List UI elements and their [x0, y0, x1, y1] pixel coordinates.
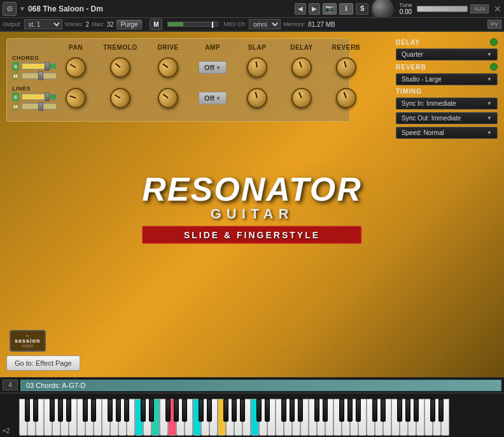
speed-dropdown[interactable]: Speed: Normal ▼ [396, 127, 498, 139]
aux-button[interactable]: AUX [470, 4, 489, 13]
lines-m-button[interactable]: M [12, 102, 19, 111]
black-key-5[interactable] [66, 399, 71, 422]
lines-tremolo-knob[interactable] [106, 84, 134, 112]
black-key-50[interactable] [438, 399, 444, 422]
chords-delay-knob[interactable] [290, 55, 313, 79]
black-key-25[interactable] [232, 399, 237, 422]
black-key-10[interactable] [108, 399, 113, 422]
resonator-title: RESONATOR [142, 173, 361, 206]
black-key-24[interactable] [223, 399, 228, 422]
black-key-18[interactable] [174, 399, 179, 422]
lines-amp-cell: Off ▼ [190, 92, 235, 104]
black-key-36[interactable] [323, 399, 328, 422]
lines-pan-track[interactable] [22, 103, 57, 110]
reverb-dropdown[interactable]: Studio - Large ▼ [396, 73, 498, 85]
chords-tremolo-knob[interactable] [107, 54, 133, 80]
lines-pan-knob[interactable] [61, 83, 90, 112]
tagline-text: SLIDE & FINGERSTYLE [184, 230, 320, 240]
sync-in-dropdown[interactable]: Sync In: Immediate ▼ [396, 97, 498, 110]
lines-amp-button[interactable]: Off ▼ [199, 92, 227, 104]
black-key-15[interactable] [149, 399, 154, 422]
chords-pan-knob[interactable] [62, 54, 90, 82]
settings-icon[interactable]: ⚙ [3, 2, 17, 16]
chords-delay-knob-cell [279, 57, 324, 78]
chords-reverb-knob[interactable] [333, 55, 358, 80]
black-key-47[interactable] [414, 399, 419, 422]
chords-amp-button[interactable]: Off ▼ [199, 61, 227, 74]
black-key-14[interactable] [141, 399, 146, 422]
black-key-29[interactable] [265, 399, 270, 422]
lines-label: LINES [12, 85, 57, 92]
camera-button[interactable]: 📷 [323, 3, 337, 15]
lines-row: LINES S M [12, 85, 344, 111]
lines-slap-knob[interactable] [244, 85, 269, 110]
m-toggle[interactable]: M [150, 18, 162, 30]
midi-select[interactable]: omni [249, 19, 281, 29]
chords-slap-knob[interactable] [244, 54, 270, 80]
chords-amp-label: Off [204, 64, 214, 71]
sync-in-value: Sync In: Immediate [402, 100, 456, 107]
pv-button[interactable]: PV [487, 20, 501, 29]
black-key-7[interactable] [83, 399, 88, 422]
black-key-43[interactable] [381, 399, 386, 422]
black-key-3[interactable] [50, 399, 55, 422]
next-button[interactable]: ▶ [309, 3, 320, 15]
black-key-40[interactable] [356, 399, 361, 422]
lines-amp-label: Off [204, 94, 214, 102]
col-amp: AMP [190, 44, 235, 51]
lines-tremolo-knob-cell [95, 88, 146, 108]
purge-button[interactable]: Purge [116, 20, 143, 29]
black-key-1[interactable] [33, 399, 38, 422]
black-key-0[interactable] [25, 399, 30, 422]
tune-slider[interactable] [417, 6, 468, 12]
black-key-49[interactable] [430, 399, 435, 422]
tune-label: Tune [399, 2, 412, 8]
black-key-42[interactable] [372, 399, 377, 422]
delay-label: DELAY [396, 39, 420, 46]
black-key-33[interactable] [298, 399, 303, 422]
prev-button[interactable]: ◀ [295, 3, 306, 15]
black-key-11[interactable] [116, 399, 121, 422]
chords-pan-track[interactable] [22, 73, 57, 79]
black-key-26[interactable] [240, 399, 245, 422]
piano-keyboard[interactable] [19, 399, 465, 437]
black-key-31[interactable] [281, 399, 286, 422]
lines-delay-knob-cell [279, 88, 324, 108]
sync-out-dropdown[interactable]: Sync Out: Immediate ▼ [396, 112, 498, 124]
lines-volume-track[interactable] [22, 94, 57, 100]
black-key-17[interactable] [165, 399, 171, 422]
black-key-4[interactable] [58, 399, 63, 422]
black-key-39[interactable] [347, 399, 353, 422]
effect-page-button[interactable]: Go to: Effect Page [6, 355, 80, 371]
black-key-8[interactable] [91, 399, 96, 422]
chords-drive-knob[interactable] [155, 54, 182, 82]
black-key-38[interactable] [339, 399, 344, 422]
black-key-19[interactable] [182, 399, 187, 422]
chords-m-button[interactable]: M [12, 71, 19, 80]
black-key-32[interactable] [290, 399, 295, 422]
close-button[interactable]: ✕ [494, 4, 501, 14]
black-key-22[interactable] [207, 399, 212, 422]
lines-drive-knob[interactable] [155, 85, 181, 111]
black-key-28[interactable] [256, 399, 262, 422]
midi-label: MIDI Ch: [223, 21, 246, 27]
output-select[interactable]: st. 1 [24, 19, 62, 29]
black-key-45[interactable] [397, 399, 402, 422]
info-button[interactable]: ℹ [339, 3, 353, 15]
lines-reverb-knob[interactable] [334, 86, 358, 110]
lines-delay-knob[interactable] [291, 87, 313, 110]
chords-volume-track[interactable] [22, 63, 57, 69]
black-key-35[interactable] [314, 399, 319, 422]
speed-value: Speed: Normal [402, 129, 444, 136]
tune-knob[interactable] [371, 0, 394, 20]
delay-dropdown[interactable]: Quarter ▼ [396, 48, 498, 61]
s-toggle[interactable]: S [356, 3, 368, 15]
black-key-12[interactable] [124, 399, 129, 422]
status-bar: 4 03 Chords: A-G7-D [0, 377, 504, 392]
reverb-active-dot [490, 63, 498, 71]
chords-s-button[interactable]: S [12, 62, 19, 71]
lines-s-button[interactable]: S [12, 92, 19, 101]
black-key-21[interactable] [199, 399, 204, 422]
dropdown-arrow: ▼ [19, 5, 25, 12]
black-key-46[interactable] [405, 399, 410, 422]
